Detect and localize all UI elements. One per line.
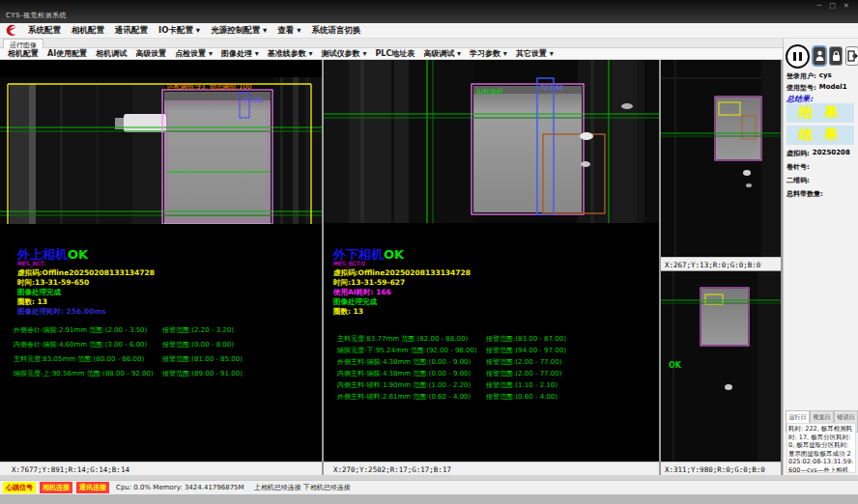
model-row: 使用型号: Model1	[786, 83, 856, 93]
login-user-value: cys	[819, 71, 832, 81]
camera3-coords-bar: X:267;Y:13;R:0;G:0;B:0	[661, 257, 781, 270]
camera4-part-surface	[701, 289, 748, 345]
camera2-ai-box-label: AI检测框	[476, 88, 503, 96]
camera2-panel[interactable]: AI检测框 T23.88 外下相机OK MES_BCT:0 虚拟码:Offlin…	[324, 60, 659, 475]
qr-code-label: 二维码:	[786, 176, 810, 185]
camera1-elapsed: 图像处理耗时: 256.00ms	[17, 307, 106, 317]
measurement-value: 主料宽度:83.05mm 范围:(80.00 - 86.00)	[14, 354, 144, 364]
camera1-image[interactable]: 匹配阈值:93, 动态阈值:100 P2.88	[0, 77, 322, 224]
menu-bar: 系统配置 相机配置 通讯配置 IO卡配置 ▾ 光源控制配置 ▾ 查看 ▾ 系统语…	[0, 23, 858, 39]
alarm-range: 报警范围:(0.60 - 4.00)	[486, 392, 558, 402]
measurement-value: 隔膜宽度-上:90.56mm 范围:(88.00 - 92.00)	[14, 369, 154, 378]
measurement-value: 内侧主料-隔膜:4.38mm 范围:(0.00 - 9.00)	[337, 369, 471, 378]
alarm-range: 报警范围:(2.00 - 77.00)	[486, 369, 561, 378]
camera3-part-surface	[716, 98, 760, 159]
app-window: CYS-视觉检测系统 ─ □ ✕ 系统配置 相机配置 通讯配置 IO卡配置 ▾ …	[0, 0, 858, 494]
camera2-done: 图像处理完成	[333, 297, 377, 307]
log-text[interactable]: 耗时: 222, 极耳检测耗时: 17, 极耳分区耗时: 0, 极耳提取分区耗时…	[786, 423, 856, 473]
pause-button[interactable]	[786, 44, 810, 69]
menu-view[interactable]: 查看 ▾	[277, 25, 300, 37]
camera2-time: 时间:13-31-59-627	[333, 278, 405, 288]
model-label: 使用型号:	[786, 83, 816, 93]
camera2-image[interactable]: AI检测框 T23.88	[324, 60, 659, 223]
measurement-value: 内侧主料-辅料:1.90mm 范围:(1.00 - 2.20)	[337, 380, 471, 390]
alarm-range: 报警范围:(2.20 - 3.20)	[162, 325, 234, 335]
camera1-panel[interactable]: 匹配阈值:93, 动态阈值:100 P2.88 外上相机OK MES_BCT: …	[0, 60, 322, 475]
measurement-value: 主料宽度:83.77mm 范围:(82.00 - 88.00)	[337, 334, 468, 344]
camera2-coords-bar: X:270;Y:2502;R:17;G:17;B:17	[324, 462, 659, 475]
exit-icon	[847, 50, 858, 62]
alarm-range: 报警范围:(2.00 - 77.00)	[486, 357, 561, 367]
camera1-measurements: 外侧卷针-隔膜:2.91mm 范围:(2.00 - 3.50) 报警范围:(2.…	[0, 325, 322, 383]
camera4-coords-bar: X:311;Y:980;R:0;G:0;B:0	[661, 462, 781, 475]
camera3-panel[interactable]: X:267;Y:13;R:0;G:0;B:0	[661, 60, 781, 270]
tab-run-image[interactable]: 运行图像	[3, 39, 43, 48]
lock-button[interactable]	[829, 46, 843, 66]
toolbar: 相机配置 AI使用配置 相机调试 高级设置 点检设置 ▾ 图像处理 ▾ 基准线参…	[0, 48, 858, 60]
tool-advanced-debug[interactable]: 高级调试 ▾	[423, 48, 461, 59]
tape-count-row: 总料带数量:	[786, 189, 856, 199]
tool-advanced-settings[interactable]: 高级设置	[135, 48, 166, 59]
measurement-row: 内侧卷针-隔膜:4.60mm 范围:(3.00 - 6.00) 报警范围:(0.…	[0, 340, 322, 354]
menu-comm-config[interactable]: 通讯配置	[115, 25, 148, 37]
camera2-t-overlay: T23.88	[539, 84, 563, 92]
camera4-ok-overlay: OK	[669, 361, 682, 370]
heartbeat-badge: 心跳信号	[3, 482, 36, 493]
measurement-row: 主料宽度:83.05mm 范围:(80.00 - 86.00) 报警范围:(81…	[0, 354, 322, 369]
measurement-value: 外侧主料-辅料:2.61mm 范围:(0.60 - 4.00)	[337, 392, 471, 402]
camera1-connector	[124, 114, 166, 132]
camera-connect-badge: 相机连接	[40, 482, 72, 493]
login-user-label: 登录用户:	[786, 71, 816, 81]
cpu-memory-text: Cpu: 0.0% Memory: 3424.41796875M	[116, 484, 244, 491]
camera1-part-surface	[164, 92, 271, 224]
user-button[interactable]	[813, 46, 826, 66]
right-sidebar: 登录用户: cys 使用型号: Model1 总结果: 结 果 结 果 虚拟码:…	[783, 39, 858, 475]
window-controls[interactable]: ─ □ ✕	[817, 2, 852, 10]
camera4-panel[interactable]: OK X:311;Y:980;R:0;G:0;B:0	[661, 271, 781, 475]
camera1-barcode: 虚拟码:Offline20250208133134728	[17, 268, 155, 278]
tool-spot-check[interactable]: 点检设置 ▾	[175, 48, 213, 59]
measurement-row: 内侧主料-辅料:1.90mm 范围:(1.00 - 2.20) 报警范围:(1.…	[324, 380, 659, 392]
model-value: Model1	[819, 83, 847, 93]
camera4-highlight-spot	[725, 384, 732, 390]
measurement-row: 主料宽度:83.77mm 范围:(82.00 - 88.00) 报警范围:(83…	[324, 334, 659, 346]
main-area: 匹配阈值:93, 动态阈值:100 P2.88 外上相机OK MES_BCT: …	[0, 60, 858, 475]
tool-baseline-params[interactable]: 基准线参数 ▾	[268, 48, 313, 59]
exit-button[interactable]	[845, 46, 858, 66]
tool-plc-address[interactable]: PLC地址表	[375, 48, 415, 59]
tool-image-processing[interactable]: 图像处理 ▾	[221, 48, 259, 59]
alarm-range: 报警范围:(94.00 - 97.00)	[486, 346, 566, 355]
sidebar-buttons	[786, 42, 858, 70]
camera3-image[interactable]	[661, 60, 781, 257]
measurement-row: 隔膜宽度-下:95.24mm 范围:(92.00 - 98.00) 报警范围:(…	[324, 346, 659, 357]
camera2-mes-line: MES_BCT:0	[333, 260, 365, 266]
tape-count-label: 总料带数量:	[786, 189, 823, 199]
tool-camera-debug[interactable]: 相机调试	[96, 48, 127, 59]
tool-learning-params[interactable]: 学习参数 ▾	[470, 48, 507, 59]
measurement-row: 内侧主料-隔膜:4.38mm 范围:(0.00 - 9.00) 报警范围:(2.…	[324, 369, 659, 380]
measurement-value: 内侧卷针-隔膜:4.60mm 范围:(3.00 - 6.00)	[14, 340, 147, 350]
camera1-p-overlay: P2.88	[243, 97, 263, 104]
camera3-highlight-spot	[743, 170, 751, 176]
camera4-image[interactable]: OK	[661, 271, 781, 462]
measurement-value: 外侧卷针-隔膜:2.91mm 范围:(2.00 - 3.50)	[14, 325, 147, 335]
alarm-range: 报警范围:(81.00 - 85.00)	[162, 354, 243, 364]
menu-io-config[interactable]: IO卡配置 ▾	[158, 25, 200, 37]
camera2-highlight-spot	[580, 132, 593, 140]
tool-tester-params[interactable]: 测试仪参数 ▾	[322, 48, 367, 59]
menu-language[interactable]: 系统语言切换	[312, 25, 361, 37]
needle-number-label: 卷针号:	[786, 162, 810, 172]
virtual-code-row: 虚拟码: 20250208	[786, 149, 856, 158]
tool-ai-config[interactable]: AI使用配置	[47, 48, 87, 59]
measurement-value: 外侧主料-隔膜:4.38mm 范围:(0.00 - 9.00)	[337, 357, 471, 367]
tool-camera-config[interactable]: 相机配置	[8, 48, 39, 59]
camera2-part-surface	[473, 86, 582, 212]
menu-system-config[interactable]: 系统配置	[28, 25, 61, 37]
camera2-turns: 圈数: 13	[333, 307, 363, 317]
menu-light-config[interactable]: 光源控制配置 ▾	[211, 25, 267, 37]
camera1-threshold-overlay: 匹配阈值:93, 动态阈值:100	[167, 83, 251, 91]
camera-connection-text: 上相机已经连接 下相机已经连接	[254, 483, 351, 492]
alarm-range: 报警范围:(0.00 - 8.00)	[162, 340, 234, 350]
tool-other-settings[interactable]: 其它设置 ▾	[516, 48, 554, 59]
menu-camera-config[interactable]: 相机配置	[72, 25, 104, 37]
